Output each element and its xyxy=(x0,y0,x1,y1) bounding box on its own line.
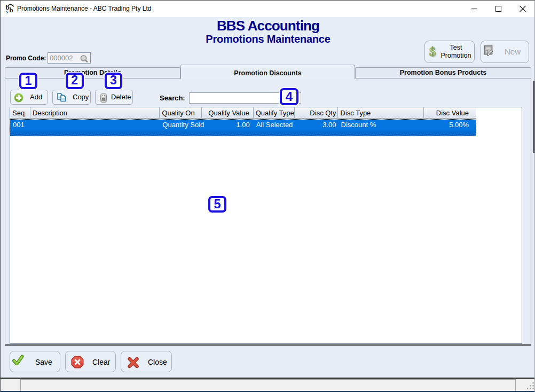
svg-text:s: s xyxy=(6,9,8,14)
svg-text:b: b xyxy=(10,6,13,14)
